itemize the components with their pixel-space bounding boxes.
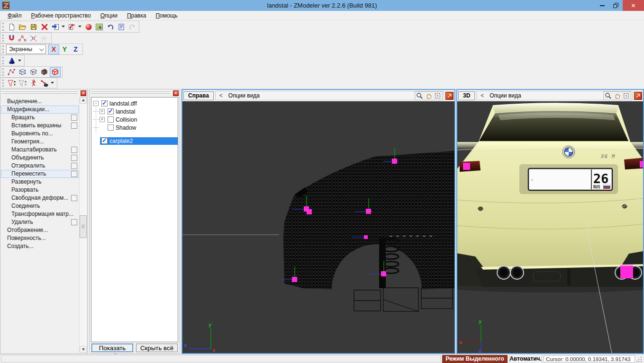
command-item[interactable]: Переместить xyxy=(1,170,79,178)
axis-toggle-button[interactable]: Y xyxy=(59,44,70,54)
toolbar-button[interactable] xyxy=(28,22,39,32)
dummy-marker-taillight[interactable] xyxy=(463,163,470,170)
tree-item[interactable]: + Collision xyxy=(91,115,178,124)
close-button[interactable]: ✕ xyxy=(623,0,644,11)
view-options-label[interactable]: Опции вида xyxy=(490,92,521,99)
status-auto-label[interactable]: Автоматич. xyxy=(509,355,542,363)
toolbar-button[interactable] xyxy=(17,78,28,88)
toolbar-button[interactable] xyxy=(39,78,50,88)
toolbar-button[interactable] xyxy=(6,22,17,32)
command-item[interactable]: Вставить вершины xyxy=(1,122,79,130)
collapse-icon[interactable]: < xyxy=(219,92,223,99)
zoom-region-icon[interactable] xyxy=(433,92,442,100)
scroll-up-button[interactable] xyxy=(80,97,87,104)
toolbar-button[interactable] xyxy=(17,56,23,66)
command-item[interactable]: Соединить xyxy=(1,202,79,210)
toolbar-button[interactable] xyxy=(28,78,39,88)
pan-hand-icon[interactable] xyxy=(424,92,433,100)
command-item[interactable]: Объединить xyxy=(1,154,79,162)
menu-item[interactable]: Опции xyxy=(96,11,122,20)
command-option-box[interactable] xyxy=(71,163,77,169)
toolbar-button[interactable] xyxy=(39,67,50,77)
menu-item[interactable]: Файл xyxy=(3,11,27,20)
command-option-box[interactable] xyxy=(71,123,77,129)
viewport-canvas-side[interactable]: y z x xyxy=(182,101,454,353)
viewport-canvas-3d[interactable]: X6 M 26 RUS xyxy=(457,101,643,353)
command-item[interactable]: Свободная деформ... xyxy=(1,194,79,202)
visibility-checkbox[interactable] xyxy=(101,138,108,144)
panel-grip[interactable] xyxy=(91,91,170,94)
command-option-box[interactable] xyxy=(71,171,77,177)
command-item[interactable]: Трансформация матр... xyxy=(1,210,79,218)
toolbar-button[interactable] xyxy=(28,67,39,77)
toolbar-button[interactable] xyxy=(39,22,50,32)
close-icon[interactable]: ✕ xyxy=(81,90,86,96)
scrollbar-thumb[interactable] xyxy=(80,215,87,238)
toolbar-button[interactable] xyxy=(77,22,83,32)
axis-toggle-button[interactable]: X xyxy=(48,44,59,54)
panel-grip[interactable] xyxy=(2,91,78,94)
axis-toggle-button[interactable]: Z xyxy=(70,44,81,54)
command-item[interactable]: Отзеркалить xyxy=(1,162,79,170)
show-all-button[interactable]: Показать всё xyxy=(91,344,133,352)
toolbar-button[interactable] xyxy=(17,33,28,43)
visibility-checkbox[interactable] xyxy=(101,100,108,106)
hide-all-button[interactable]: Скрыть всё xyxy=(136,344,178,352)
tree-item[interactable]: carplate2 xyxy=(91,137,178,145)
menu-item[interactable]: Помощь xyxy=(151,11,182,20)
toolbar-button[interactable] xyxy=(127,22,137,32)
magnifier-icon[interactable] xyxy=(604,92,613,100)
command-option-box[interactable] xyxy=(71,115,77,121)
wireframe-car[interactable] xyxy=(283,151,454,311)
resize-grip[interactable] xyxy=(636,356,643,362)
maximize-view-button[interactable] xyxy=(634,92,642,100)
toolbar-button[interactable] xyxy=(50,78,55,88)
scroll-down-button[interactable] xyxy=(80,346,87,353)
dummy-marker-right-edge[interactable] xyxy=(640,161,643,168)
toolbar-button[interactable] xyxy=(83,22,94,32)
pan-hand-icon[interactable] xyxy=(613,92,622,100)
maximize-view-button[interactable] xyxy=(445,92,454,100)
tree-expander[interactable]: + xyxy=(100,109,105,114)
menu-item[interactable]: Правка xyxy=(122,11,151,20)
toolbar-button[interactable] xyxy=(6,67,17,77)
tree-item[interactable]: - landstal.dff xyxy=(91,99,178,107)
toolbar-button[interactable] xyxy=(39,33,50,43)
tree-item[interactable]: + landstal xyxy=(91,107,178,115)
app-icon[interactable] xyxy=(2,1,10,9)
command-item[interactable]: Удалить xyxy=(1,218,79,226)
zoom-region-icon[interactable] xyxy=(622,92,631,100)
command-option-box[interactable] xyxy=(71,195,77,201)
toolbar-button[interactable] xyxy=(6,78,17,88)
view-options-label[interactable]: Опции вида xyxy=(228,92,260,99)
visibility-checkbox[interactable] xyxy=(108,116,114,123)
command-item[interactable]: Развернуть xyxy=(1,178,79,186)
car-3d[interactable]: X6 M 26 RUS xyxy=(457,101,643,292)
toolbar-button[interactable] xyxy=(28,33,39,43)
command-item[interactable]: Геометрия... xyxy=(1,138,79,146)
tree-expander[interactable]: - xyxy=(93,101,99,106)
menu-item[interactable]: Рабочее пространство xyxy=(27,11,96,20)
toolbar-button[interactable] xyxy=(50,67,61,77)
coord-system-combobox[interactable]: Экранны xyxy=(6,44,46,54)
toolbar-button[interactable] xyxy=(116,22,127,32)
toolbar-button[interactable] xyxy=(61,22,66,32)
viewport-name-button[interactable]: Справа xyxy=(183,91,214,100)
command-item[interactable]: Разорвать xyxy=(1,186,79,194)
restore-button[interactable] xyxy=(609,0,623,11)
visibility-checkbox[interactable] xyxy=(108,108,114,115)
command-item[interactable]: Создать... xyxy=(1,242,79,250)
command-item[interactable]: Выделение... xyxy=(1,97,79,106)
toolbar-button[interactable] xyxy=(17,67,28,77)
tree-item[interactable]: Shadow xyxy=(91,124,178,132)
command-item[interactable]: Масштабировать xyxy=(1,146,79,154)
dummy-marker-exhaust[interactable] xyxy=(620,266,633,278)
toolbar-button[interactable] xyxy=(66,22,77,32)
toolbar-button[interactable] xyxy=(6,33,17,43)
command-item[interactable]: Поверхность... xyxy=(1,234,79,242)
command-item[interactable]: Модификации... xyxy=(1,106,79,114)
toolbar-button[interactable] xyxy=(6,56,17,66)
viewport-name-button[interactable]: 3D xyxy=(458,91,475,100)
toolbar-button[interactable] xyxy=(17,22,28,32)
command-option-box[interactable] xyxy=(71,147,77,153)
